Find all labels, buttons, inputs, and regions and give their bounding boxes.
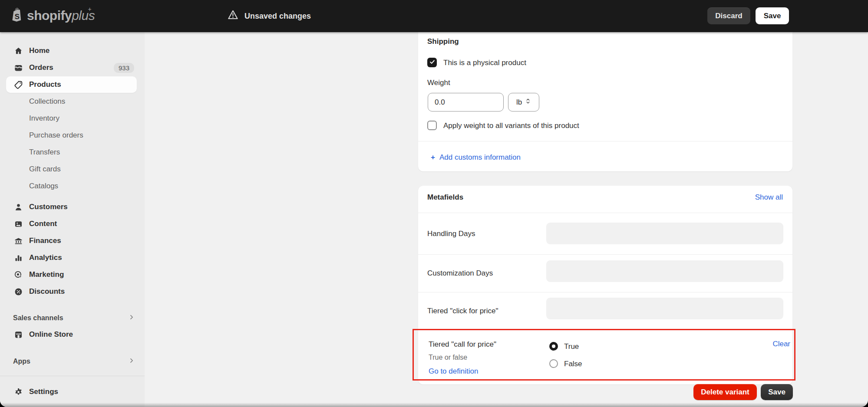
brand-text: shopifyplus+ [27,8,95,23]
radio-true-label: True [564,342,579,351]
metafield-value-field[interactable] [546,260,783,282]
home-icon [13,46,23,56]
storefront-icon [13,329,23,340]
weight-unit-value: lb [516,98,522,107]
sidebar-item-label: Discounts [29,287,65,296]
add-customs-label: Add customs information [439,153,521,162]
plus-sparkle-icon: + [88,6,92,13]
apply-weight-label: Apply weight to all variants of this pro… [443,121,579,130]
sidebar-item-online-store[interactable]: Online Store [6,326,137,343]
metafield-row-divider [418,254,792,255]
sidebar-item-label: Content [29,220,57,228]
status-text: Unsaved changes [244,12,311,21]
clear-link[interactable]: Clear [772,340,790,348]
metafield-row-label: Tiered "click for price" [427,307,498,315]
radio-false-label: False [564,360,582,368]
sidebar-divider [0,376,145,376]
sidebar-item-label: Purchase orders [29,131,83,140]
sidebar-item-gift-cards[interactable]: Gift cards [6,161,137,177]
target-icon [13,269,23,280]
discard-button[interactable]: Discard [707,7,750,24]
metafield-value-field[interactable] [546,223,783,244]
sidebar-item-label: Analytics [29,253,62,262]
sidebar-item-settings[interactable]: Settings [6,384,137,400]
metafield-row-divider [418,292,792,292]
sidebar-item-catalogs[interactable]: Catalogs [6,178,137,194]
sidebar-item-customers[interactable]: Customers [6,199,137,215]
sidebar-item-label: Catalogs [29,182,58,190]
orders-icon [13,62,23,73]
sidebar-item-label: Orders [29,63,53,72]
shipping-card-divider [418,141,792,141]
topbar: S shopifyplus+ Unsaved changes Discard S… [0,0,868,32]
sidebar-item-label: Inventory [29,114,59,123]
radio-false[interactable] [549,359,558,368]
metafields-header-divider [418,213,792,213]
brand-light: plus [72,8,95,23]
weight-input[interactable] [428,93,504,112]
customers-icon [13,202,23,212]
checkmark-icon [429,59,436,67]
sidebar-item-marketing[interactable]: Marketing [6,266,137,283]
shipping-card: Shipping This is a physical product Weig… [418,32,792,171]
bank-icon [13,236,23,246]
sidebar-item-purchase-orders[interactable]: Purchase orders [6,127,137,144]
sidebar-item-orders[interactable]: Orders 933 [6,59,137,76]
sidebar: Home Orders 933 Products Collection [0,32,145,407]
add-customs-link[interactable]: + Add customs information [431,153,521,162]
updown-chevrons-icon [525,98,531,107]
plus-icon: + [431,153,435,162]
metafield-value-field[interactable] [546,298,783,319]
radio-true[interactable] [549,342,558,351]
sidebar-item-transfers[interactable]: Transfers [6,144,137,161]
sidebar-item-label: Settings [29,387,58,396]
sidebar-item-home[interactable]: Home [6,43,137,59]
shipping-card-title: Shipping [427,37,459,46]
show-all-link[interactable]: Show all [755,193,783,202]
metafield-type-hint: True or false [429,354,467,361]
sidebar-item-analytics[interactable]: Analytics [6,249,137,266]
shopify-admin-window: S shopifyplus+ Unsaved changes Discard S… [0,0,868,407]
sidebar-item-content[interactable]: Content [6,216,137,232]
chevron-right-icon [128,357,135,366]
go-to-definition-link[interactable]: Go to definition [429,367,478,376]
brand-bold: shopify [27,8,72,23]
weight-label: Weight [427,79,450,87]
sales-channels-label: Sales channels [13,314,63,322]
sidebar-item-label: Products [29,80,61,89]
sidebar-item-inventory[interactable]: Inventory [6,110,137,127]
discount-badge-icon [13,286,23,297]
unsaved-changes-status: Unsaved changes [227,0,311,32]
sidebar-item-collections[interactable]: Collections [6,93,137,110]
apps-header[interactable]: Apps [13,354,135,369]
window-bottom-edge [0,403,868,407]
topbar-save-button[interactable]: Save [756,7,789,24]
sales-channels-header[interactable]: Sales channels [13,311,135,325]
physical-product-label: This is a physical product [443,59,526,67]
sidebar-item-label: Marketing [29,270,64,279]
sidebar-item-label: Collections [29,97,65,106]
metafields-card-title: Metafields [427,193,463,202]
shopify-plus-logo[interactable]: S shopifyplus+ [10,7,95,24]
bar-chart-icon [13,253,23,263]
sidebar-item-discounts[interactable]: Discounts [6,283,137,300]
sidebar-item-finances[interactable]: Finances [6,233,137,249]
sidebar-item-label: Home [29,46,50,55]
warning-triangle-icon [227,9,239,23]
metafield-row-label: Handling Days [427,230,475,238]
delete-variant-button[interactable]: Delete variant [693,384,757,400]
weight-unit-select[interactable]: lb [508,93,539,112]
highlighted-metafield-row: Tiered "call for price" True or false Go… [413,329,795,381]
content-icon [13,219,23,229]
chevron-right-icon [128,314,135,322]
apps-label: Apps [13,358,30,365]
sidebar-item-label: Online Store [29,330,73,339]
bottom-save-button[interactable]: Save [761,384,793,400]
physical-product-checkbox[interactable] [427,58,437,67]
apply-weight-checkbox[interactable] [427,121,437,130]
sidebar-item-products[interactable]: Products [6,76,137,93]
sidebar-item-label: Finances [29,236,61,245]
products-tag-icon [13,79,23,90]
shopify-bag-icon: S [10,7,23,24]
sidebar-item-label: Customers [29,203,68,211]
